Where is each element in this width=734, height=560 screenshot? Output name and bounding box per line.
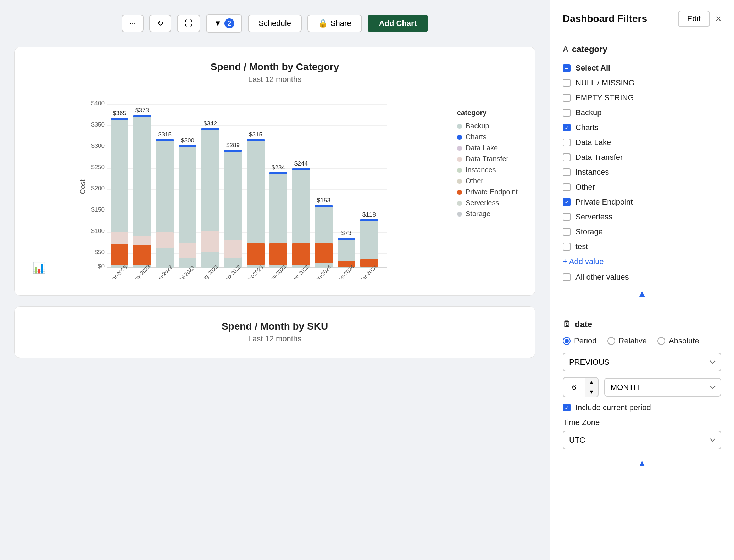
- refresh-button[interactable]: ↻: [149, 15, 171, 32]
- chevron-up-icon[interactable]: ▲: [638, 288, 647, 299]
- bar-nov-2023: $234: [269, 164, 287, 268]
- all-other-label: All other values: [575, 273, 629, 282]
- radio-relative-label: Relative: [619, 336, 647, 346]
- include-current-label: Include current period: [575, 403, 651, 412]
- schedule-button[interactable]: Schedule: [248, 15, 302, 32]
- chart-2-subtitle: Last 12 months: [29, 334, 521, 343]
- filter-item-empty-string[interactable]: EMPTY STRING: [563, 90, 721, 105]
- svg-text:$300: $300: [181, 137, 194, 144]
- legend-item-serverless: Serverless: [457, 199, 521, 207]
- chart-1-svg: Cost $400 $350 $300 $250 $200 $150 $100 …: [29, 95, 446, 279]
- checkbox-private-endpoint[interactable]: ✓: [563, 198, 571, 206]
- radio-period[interactable]: Period: [563, 336, 597, 346]
- chart-type-icon[interactable]: 📊: [32, 262, 45, 274]
- add-chart-button[interactable]: Add Chart: [368, 15, 428, 32]
- svg-text:$373: $373: [135, 107, 149, 114]
- filter-item-instances[interactable]: Instances: [563, 165, 721, 180]
- date-collapse-button[interactable]: ▲: [563, 455, 721, 469]
- refresh-icon: ↻: [157, 19, 163, 28]
- radio-circle-period[interactable]: [563, 337, 571, 345]
- filter-count: 2: [224, 18, 234, 28]
- select-all-row[interactable]: – Select All: [563, 61, 721, 75]
- svg-text:$200: $200: [91, 185, 105, 192]
- filter-item-data-lake[interactable]: Data Lake: [563, 135, 721, 150]
- fullscreen-button[interactable]: ⛶: [177, 15, 200, 32]
- filter-item-storage[interactable]: Storage: [563, 224, 721, 239]
- filter-item-other[interactable]: Other: [563, 180, 721, 195]
- bar-may-2023: $373: [133, 107, 151, 268]
- checkbox-empty-string[interactable]: [563, 94, 571, 102]
- include-current-checkbox[interactable]: ✓: [563, 404, 571, 411]
- checkbox-instances[interactable]: [563, 168, 571, 176]
- calendar-icon: 🗓: [563, 319, 571, 329]
- filter-icon: ▼: [214, 19, 222, 28]
- bar-aug-2023: $342: [201, 120, 219, 268]
- previous-select[interactable]: PREVIOUS: [563, 353, 721, 371]
- stepper-up-button[interactable]: ▲: [585, 378, 598, 387]
- checkbox-null-missing[interactable]: [563, 79, 571, 87]
- checkbox-data-lake[interactable]: [563, 139, 571, 146]
- edit-button[interactable]: Edit: [678, 11, 710, 27]
- checkbox-data-transfer[interactable]: [563, 153, 571, 161]
- chart-1-title: Spend / Month by Category: [29, 61, 521, 73]
- lock-icon: 🔒: [318, 19, 328, 28]
- svg-rect-67: [360, 219, 378, 221]
- radio-circle-absolute[interactable]: [657, 337, 665, 345]
- category-label: category: [572, 44, 607, 54]
- filter-item-charts[interactable]: ✓ Charts: [563, 120, 721, 135]
- period-stepper[interactable]: ▲ ▼: [585, 378, 598, 397]
- backup-label: Backup: [575, 108, 601, 117]
- svg-rect-59: [315, 205, 333, 207]
- bar-mar-2024: $118: [360, 211, 378, 268]
- filter-button[interactable]: ▼ 2: [206, 14, 242, 33]
- svg-rect-54: [292, 243, 310, 265]
- svg-text:$150: $150: [91, 206, 105, 213]
- chart-card-1: Spend / Month by Category Last 12 months…: [14, 47, 535, 296]
- main-content: ··· ↻ ⛶ ▼ 2 Schedule 🔒 Share Add Chart S…: [0, 0, 550, 560]
- close-button[interactable]: ×: [716, 13, 721, 24]
- legend-dot-other: [457, 179, 462, 184]
- data-lake-label: Data Lake: [575, 138, 611, 147]
- stepper-down-button[interactable]: ▼: [585, 387, 598, 397]
- legend-item-other: Other: [457, 177, 521, 185]
- share-button[interactable]: 🔒 Share: [307, 15, 362, 32]
- radio-absolute[interactable]: Absolute: [657, 336, 699, 346]
- filter-item-private-endpoint[interactable]: ✓ Private Endpoint: [563, 195, 721, 209]
- checkbox-other[interactable]: [563, 183, 571, 191]
- bar-sep-2023: $289: [224, 142, 242, 268]
- checkbox-all-other[interactable]: [563, 273, 571, 281]
- period-unit-select[interactable]: MONTH: [604, 378, 721, 397]
- filter-item-data-transfer[interactable]: Data Transfer: [563, 150, 721, 165]
- filter-item-backup[interactable]: Backup: [563, 105, 721, 120]
- svg-text:$73: $73: [341, 230, 351, 236]
- data-transfer-label: Data Transfer: [575, 153, 623, 162]
- radio-circle-relative[interactable]: [607, 337, 615, 345]
- legend-item-data-transfer: Data Transfer: [457, 155, 521, 163]
- checkbox-test[interactable]: [563, 243, 571, 251]
- more-button[interactable]: ···: [122, 15, 144, 32]
- checkbox-serverless[interactable]: [563, 213, 571, 221]
- private-endpoint-label: Private Endpoint: [575, 197, 633, 207]
- svg-text:$342: $342: [204, 120, 217, 127]
- date-chevron-up-icon[interactable]: ▲: [638, 458, 647, 469]
- timezone-select[interactable]: UTC: [563, 431, 721, 449]
- include-current-row[interactable]: ✓ Include current period: [563, 403, 721, 412]
- category-section-header: A category: [563, 44, 721, 54]
- select-all-checkbox[interactable]: –: [563, 64, 571, 72]
- fullscreen-icon: ⛶: [185, 19, 193, 28]
- radio-relative[interactable]: Relative: [607, 336, 647, 346]
- period-number-input[interactable]: 6 ▲ ▼: [563, 377, 599, 397]
- checkbox-storage[interactable]: [563, 228, 571, 236]
- filter-item-test[interactable]: test: [563, 239, 721, 254]
- legend-item-backup: Backup: [457, 122, 521, 130]
- checkbox-charts[interactable]: ✓: [563, 124, 571, 131]
- collapse-button[interactable]: ▲: [563, 285, 721, 299]
- filter-item-null-missing[interactable]: NULL / MISSING: [563, 75, 721, 90]
- add-value-button[interactable]: + Add value: [563, 254, 604, 269]
- svg-rect-38: [201, 231, 219, 252]
- all-other-values-row[interactable]: All other values: [563, 269, 721, 285]
- checkbox-backup[interactable]: [563, 109, 571, 117]
- filter-item-serverless[interactable]: Serverless: [563, 209, 721, 224]
- svg-rect-46: [247, 243, 265, 265]
- svg-text:$350: $350: [91, 121, 105, 128]
